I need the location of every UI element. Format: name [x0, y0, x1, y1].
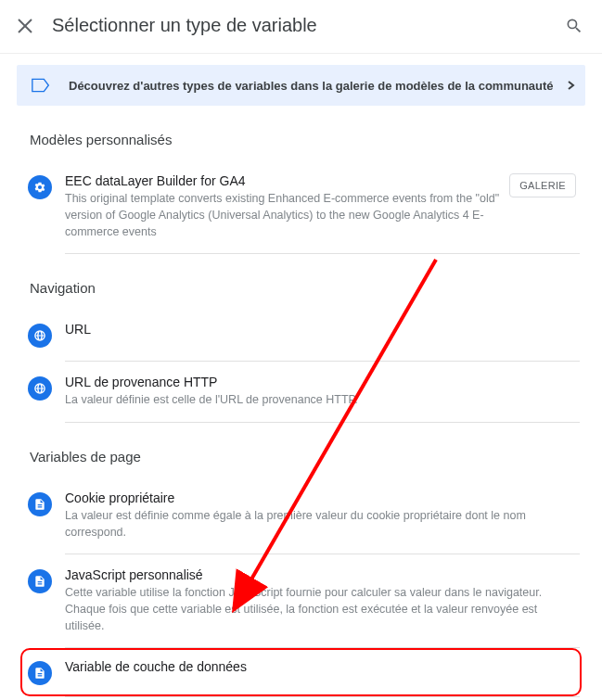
variable-desc: Cette variable utilise la fonction JavaS… [65, 584, 576, 634]
gear-icon [28, 175, 52, 199]
tag-icon [32, 78, 50, 93]
variable-title: Variable de couche de données [65, 659, 576, 674]
page-icon [28, 569, 52, 593]
variable-desc: La valeur est définie comme égale à la p… [65, 507, 576, 541]
variable-row-url[interactable]: URL [22, 309, 580, 361]
template-row-eec[interactable]: EEC dataLayer Builder for GA4 This origi… [22, 160, 580, 253]
chevron-right-icon [567, 81, 576, 90]
page-title: Sélectionner un type de variable [52, 15, 565, 36]
template-desc: This original template converts existing… [65, 190, 502, 240]
close-icon[interactable] [17, 18, 33, 34]
community-gallery-banner[interactable]: Découvrez d'autres types de variables da… [17, 65, 585, 106]
globe-icon [28, 376, 52, 401]
variable-title: URL [65, 322, 576, 337]
variable-title: JavaScript personnalisé [65, 567, 576, 582]
template-title: EEC dataLayer Builder for GA4 [65, 173, 502, 188]
banner-text: Découvrez d'autres types de variables da… [69, 79, 567, 93]
section-title-nav: Navigation [30, 280, 580, 296]
page-icon [28, 492, 52, 516]
page-icon [28, 661, 52, 685]
section-title-page: Variables de page [30, 449, 580, 465]
variable-row-custom-js[interactable]: JavaScript personnalisé Cette variable u… [22, 554, 580, 647]
section-title-custom: Modèles personnalisés [30, 132, 580, 147]
variable-row-datalayer[interactable]: Variable de couche de données [20, 648, 582, 696]
variable-row-cookie[interactable]: Cookie propriétaire La valeur est défini… [22, 477, 580, 554]
variable-desc: La valeur définie est celle de l'URL de … [65, 391, 576, 408]
variable-title: Cookie propriétaire [65, 490, 576, 505]
variable-row-referrer[interactable]: URL de provenance HTTP La valeur définie… [22, 362, 580, 421]
variable-title: URL de provenance HTTP [65, 375, 576, 389]
gallery-button[interactable]: GALERIE [509, 173, 576, 197]
globe-icon [28, 324, 52, 348]
search-icon[interactable] [565, 17, 583, 35]
